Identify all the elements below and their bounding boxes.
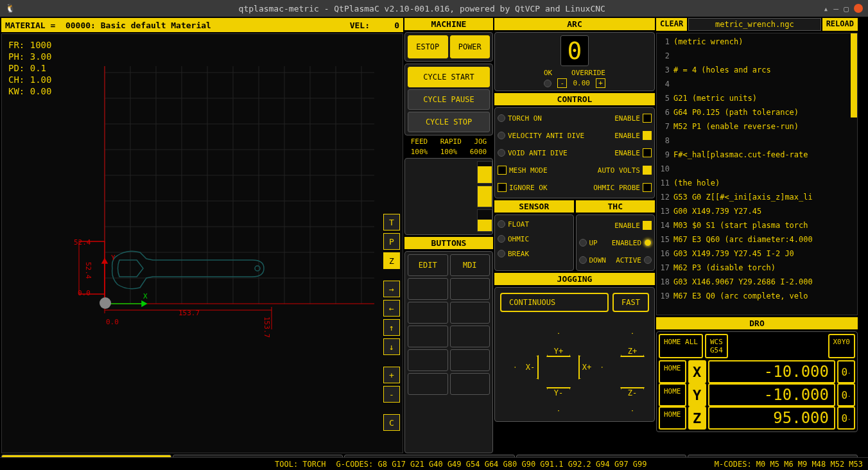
wcs-button[interactable]: WCS G54 <box>705 334 728 358</box>
machine-header: MACHINE <box>404 18 493 30</box>
view-clear-button[interactable]: C <box>383 414 400 431</box>
jog-fast-button[interactable]: FAST <box>612 293 649 312</box>
pan-left-button[interactable]: ← <box>383 300 400 317</box>
velocity-label: VEL: <box>350 21 370 30</box>
jog-slider[interactable] <box>477 209 492 232</box>
arc-ok-label: OK <box>544 69 552 77</box>
gcode-line[interactable]: 11(the hole) <box>658 176 856 190</box>
torch-enable-checkbox[interactable] <box>643 114 652 123</box>
status-bar: TOOL: TORCH G-CODES: G8 G17 G21 G40 G49 … <box>0 457 868 470</box>
zoom-out-button[interactable]: - <box>383 386 400 403</box>
auto-volts-checkbox[interactable] <box>643 166 652 175</box>
close-icon[interactable] <box>854 4 863 13</box>
void-enable-checkbox[interactable] <box>643 148 652 157</box>
dro-x-value: -10.000 <box>708 360 836 383</box>
user-button-10[interactable] <box>450 349 490 371</box>
gcode-line[interactable]: 1(metric wrench) <box>658 35 856 49</box>
gcode-line[interactable]: 7M52 P1 (enable reverse-run) <box>658 119 856 134</box>
ohmic-probe-checkbox[interactable] <box>643 183 652 192</box>
home-y-button[interactable]: HOME <box>659 383 686 406</box>
user-button-12[interactable] <box>450 373 490 395</box>
arc-ovr-minus-button[interactable]: - <box>557 78 567 88</box>
dro-x-offset[interactable]: 0. <box>837 360 855 383</box>
power-button[interactable]: POWER <box>450 35 490 58</box>
gcode-line[interactable]: 12G53 G0 Z[[#<_ini[axis_z]max_li <box>658 190 856 204</box>
gcode-line[interactable]: 5G21 (metric units) <box>658 91 856 105</box>
gcode-line[interactable]: 14M03 $0 S1 (start plasma torch <box>658 218 856 232</box>
user-button-8[interactable] <box>450 326 490 347</box>
mesh-mode-checkbox[interactable] <box>498 166 507 175</box>
user-button-11[interactable] <box>408 373 448 395</box>
gcode-scrollbar[interactable] <box>851 33 857 118</box>
maximize-icon[interactable]: ▢ <box>844 4 849 13</box>
preview-panel[interactable]: FR: 1000 PH: 3.00 PD: 0.1 CH: 1.00 KW: 0… <box>1 33 403 453</box>
material-value[interactable]: 00000: Basic default Material <box>65 21 211 30</box>
cycle-stop-button[interactable]: CYCLE STOP <box>408 112 490 132</box>
user-button-4[interactable] <box>450 278 490 300</box>
dro-z-offset[interactable]: 0. <box>837 406 855 430</box>
sensor-header: SENSOR <box>494 200 574 213</box>
gcode-line[interactable]: 15M67 E3 Q60 (arc diameter:4.000 <box>658 232 856 247</box>
gcode-line[interactable]: 18G03 X146.9067 Y29.2686 I-2.000 <box>658 275 856 289</box>
gcode-clear-button[interactable]: CLEAR <box>656 18 687 31</box>
minimize-icon[interactable]: — <box>833 4 838 13</box>
thc-up-led <box>579 239 587 247</box>
jog-x-plus-button[interactable]: X+ <box>578 355 603 379</box>
arc-ovr-value: 0.00 <box>573 79 590 87</box>
gcode-line[interactable]: 6G64 P0.125 (path tolerance) <box>658 105 856 119</box>
vad-led <box>498 132 505 139</box>
cycle-start-button[interactable]: CYCLE START <box>408 67 490 87</box>
arc-ok-led <box>544 80 551 87</box>
cycle-pause-button[interactable]: CYCLE PAUSE <box>408 89 490 110</box>
gcode-line[interactable]: 9F#<_hal[plasmac.cut-feed-rate <box>658 148 856 162</box>
gcode-listing[interactable]: 1(metric wrench)23# = 4 (holes and arcs4… <box>656 33 858 315</box>
home-z-button[interactable]: HOME <box>659 406 686 430</box>
gcode-reload-button[interactable]: RELOAD <box>822 18 858 31</box>
estop-button[interactable]: ESTOP <box>408 35 448 58</box>
vad-enable-checkbox[interactable] <box>643 131 652 140</box>
keep-above-icon[interactable]: ▴ <box>824 4 829 13</box>
gcode-filename[interactable]: metric_wrench.ngc <box>688 18 821 31</box>
rapid-slider[interactable] <box>477 186 492 208</box>
home-all-button[interactable]: HOME ALL <box>659 334 703 358</box>
gcode-line[interactable]: 8 <box>658 134 856 148</box>
jog-x-minus-button[interactable]: X- <box>514 355 539 379</box>
thc-enable-checkbox[interactable] <box>643 221 652 230</box>
zoom-in-button[interactable]: + <box>383 367 400 383</box>
jog-z-plus-button[interactable]: Z+ <box>620 333 645 357</box>
svg-marker-32 <box>102 259 107 263</box>
user-button-9[interactable] <box>408 349 448 371</box>
user-button-7[interactable] <box>408 326 448 347</box>
view-t-button[interactable]: T <box>383 214 400 231</box>
gcode-line[interactable]: 2 <box>658 49 856 63</box>
feed-slider[interactable] <box>477 161 492 184</box>
gcode-line[interactable]: 10 <box>658 162 856 176</box>
user-button-5[interactable] <box>408 302 448 324</box>
view-z-button[interactable]: Z <box>383 252 400 269</box>
x0y0-button[interactable]: X0Y0 <box>828 334 856 358</box>
arc-ovr-plus-button[interactable]: + <box>596 78 605 88</box>
gcode-line[interactable]: 17M62 P3 (disable torch) <box>658 261 856 275</box>
pan-up-button[interactable]: ↑ <box>383 319 400 336</box>
gcode-line[interactable]: 16G03 X149.739 Y27.45 I-2 J0 <box>658 247 856 261</box>
float-led <box>498 220 505 228</box>
edit-button[interactable]: EDIT <box>408 254 448 276</box>
mdi-button[interactable]: MDI <box>450 254 490 276</box>
home-x-button[interactable]: HOME <box>659 360 686 383</box>
dro-header: DRO <box>656 317 858 329</box>
gcode-line[interactable]: 13G00 X149.739 Y27.45 <box>658 204 856 218</box>
pan-down-button[interactable]: ↓ <box>383 338 400 355</box>
jog-continuous-button[interactable]: CONTINUOUS <box>500 293 609 312</box>
pan-right-button[interactable]: → <box>383 281 400 297</box>
view-p-button[interactable]: P <box>383 233 400 250</box>
gcode-line[interactable]: 4 <box>658 77 856 91</box>
gcode-line[interactable]: 19M67 E3 Q0 (arc complete, velo <box>658 289 856 303</box>
dro-y-offset[interactable]: 0. <box>837 383 855 406</box>
jog-y-minus-button[interactable]: Y- <box>546 387 571 412</box>
gcode-line[interactable]: 3# = 4 (holes and arcs <box>658 63 856 77</box>
ignore-ok-checkbox[interactable] <box>498 183 507 192</box>
jog-z-minus-button[interactable]: Z- <box>620 387 645 412</box>
jog-y-plus-button[interactable]: Y+ <box>546 333 571 357</box>
user-button-6[interactable] <box>450 302 490 324</box>
user-button-3[interactable] <box>408 278 448 300</box>
